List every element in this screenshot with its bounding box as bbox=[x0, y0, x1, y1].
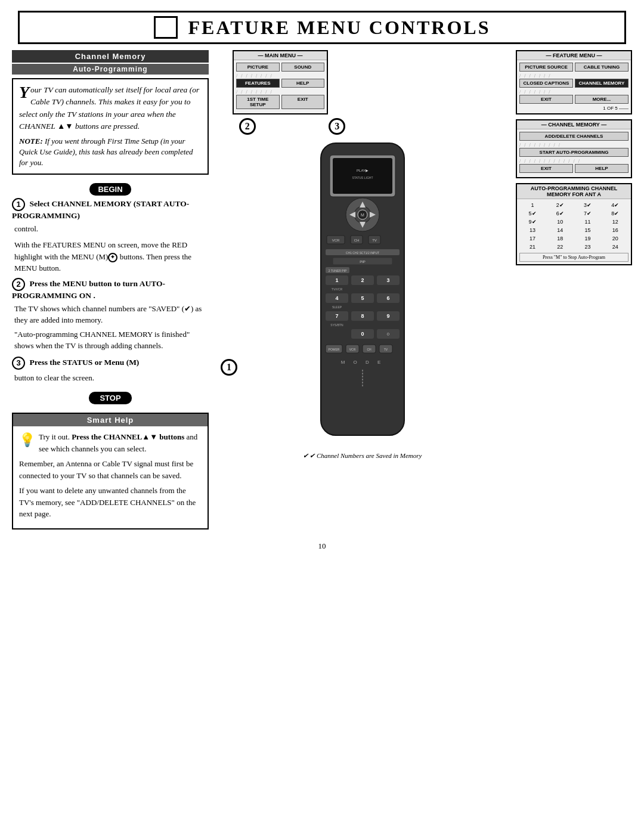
ch-19: 19 bbox=[575, 235, 601, 242]
step-1-header: 1 Select CHANNEL MEMORY (START AUTO-PROG… bbox=[12, 198, 209, 221]
help-btn[interactable]: HELP bbox=[281, 79, 325, 88]
remote-svg-wrapper: 1 PLAY▶ STATUS LIGHT bbox=[215, 137, 510, 447]
smart-help-block: Smart Help 💡 Try it out. Press the CHANN… bbox=[12, 413, 209, 529]
chan-mem-help-btn[interactable]: HELP bbox=[575, 164, 628, 173]
section-subheader: Auto-Programming bbox=[12, 64, 209, 75]
channel-note-text: ✔ Channel Numbers are Saved in Memory bbox=[309, 452, 422, 459]
channel-memory-screen-label: — CHANNEL MEMORY — bbox=[517, 120, 631, 129]
channel-memory-screen: — CHANNEL MEMORY — ADD/DELETE CHANNELS /… bbox=[516, 119, 632, 178]
begin-container: BEGIN bbox=[12, 179, 209, 198]
chan-mem-row1: ADD/DELETE CHANNELS bbox=[519, 132, 628, 141]
start-auto-prog-btn[interactable]: START AUTO-PROGRAMMING bbox=[519, 148, 628, 157]
intro-text: Your TV can automatically set itself for… bbox=[19, 84, 202, 132]
svg-text:POWER: POWER bbox=[328, 348, 339, 351]
step-2-header: 2 Press the MENU button to turn AUTO-PRO… bbox=[12, 278, 209, 301]
remote-control-svg: PLAY▶ STATUS LIGHT M bbox=[303, 137, 422, 447]
step-numbers-row: 2 3 bbox=[227, 118, 358, 135]
ch-9: 9✔ bbox=[519, 218, 546, 225]
ch-13: 13 bbox=[519, 227, 546, 234]
svg-text:VCR: VCR bbox=[349, 348, 355, 351]
svg-text:SYS/BTN: SYS/BTN bbox=[330, 323, 343, 327]
svg-text:9: 9 bbox=[386, 313, 389, 319]
main-menu-row1: PICTURE SOUND bbox=[236, 63, 324, 72]
more-btn[interactable]: MORE... bbox=[575, 95, 628, 104]
help-paragraph-1: Remember, an Antenna or Cable TV signal … bbox=[19, 458, 202, 481]
chan-mem-dashes2: / / / / / / / / / / / / / bbox=[519, 159, 628, 164]
note-text: NOTE: If you went through First Time Set… bbox=[19, 136, 202, 169]
feature-menu-label: — FEATURE MENU — bbox=[517, 51, 631, 60]
feature-menu-content: PICTURE SOURCE CABLE TUNING / / / / / / … bbox=[517, 60, 631, 113]
note-body: If you went through First Time Setup (in… bbox=[19, 137, 193, 167]
ch-14: 14 bbox=[547, 227, 573, 234]
ch-3: 3✔ bbox=[575, 202, 601, 209]
help-paragraph-2: If you want to delete any unwanted chann… bbox=[19, 485, 202, 520]
features-btn[interactable]: FEATURES bbox=[236, 79, 280, 88]
step-1-body: control. bbox=[14, 223, 209, 235]
smart-help-body: 💡 Try it out. Press the CHANNEL▲▼ button… bbox=[13, 426, 208, 528]
svg-text:TV/VCR: TV/VCR bbox=[331, 287, 342, 291]
ch-16: 16 bbox=[602, 227, 628, 234]
intro-body: our TV can automatically set itself for … bbox=[19, 85, 199, 131]
ch-11: 11 bbox=[575, 218, 601, 225]
feature-dashes1: / / / / / / / bbox=[519, 73, 628, 79]
main-menu-row3: 1ST TIME SETUP EXIT bbox=[236, 95, 324, 109]
auto-prog-screen: AUTO-PROGRAMMING CHANNEL MEMORY FOR ANT … bbox=[516, 183, 632, 265]
chan-mem-row2: START AUTO-PROGRAMMING bbox=[519, 148, 628, 157]
svg-text:CH1 CH2 SCT1/2 INPUT: CH1 CH2 SCT1/2 INPUT bbox=[345, 251, 379, 255]
left-column: Channel Memory Auto-Programming Your TV … bbox=[12, 50, 209, 529]
section-header: Channel Memory bbox=[12, 50, 209, 63]
channel-note: ✔ ✔ Channel Numbers are Saved in Memory bbox=[215, 452, 510, 460]
ch-10: 10 bbox=[547, 218, 573, 225]
ch-6: 6✔ bbox=[547, 210, 573, 217]
main-menu-label: — MAIN MENU — bbox=[234, 51, 327, 60]
chan-mem-exit-btn[interactable]: EXIT bbox=[519, 164, 573, 173]
auto-prog-screen-label: AUTO-PROGRAMMING CHANNEL MEMORY FOR ANT … bbox=[517, 184, 631, 199]
step-1-title: Select CHANNEL MEMORY (START AUTO-PROGRA… bbox=[12, 199, 189, 220]
page-title-bar: Feature Menu Controls bbox=[18, 11, 626, 44]
add-delete-channels-btn[interactable]: ADD/DELETE CHANNELS bbox=[519, 132, 628, 141]
feature-row3: EXIT MORE... bbox=[519, 95, 628, 104]
dashes2: / / / / / / / / bbox=[236, 89, 324, 95]
page-indicator: 1 OF 5 —— bbox=[519, 106, 628, 111]
main-menu-screen: — MAIN MENU — PICTURE SOUND / / / / / / … bbox=[233, 50, 328, 114]
dashes1: / / / / / / / / bbox=[236, 73, 324, 79]
smart-help-tip: 💡 Try it out. Press the CHANNEL▲▼ button… bbox=[19, 431, 202, 454]
tip-text: Try it out. Press the CHANNEL▲▼ buttons … bbox=[39, 431, 202, 454]
auto-prog-content: 1 2✔ 3✔ 4✔ 5✔ 6✔ 7✔ 8✔ 9✔ 10 11 12 bbox=[517, 199, 631, 264]
svg-text:7: 7 bbox=[335, 313, 338, 319]
picture-source-btn[interactable]: PICTURE SOURCE bbox=[519, 63, 573, 72]
diagram-step-1: 1 bbox=[221, 359, 237, 376]
step-2-intro: With the FEATURES MENU on screen, move t… bbox=[14, 239, 209, 274]
step-3-number: 3 bbox=[12, 357, 25, 370]
svg-text:TV: TV bbox=[372, 239, 377, 242]
feature-exit-btn[interactable]: EXIT bbox=[519, 95, 573, 104]
svg-text:TV: TV bbox=[383, 348, 388, 351]
svg-text:5: 5 bbox=[361, 295, 364, 301]
svg-text:3: 3 bbox=[386, 277, 389, 283]
diagram-row: — MAIN MENU — PICTURE SOUND / / / / / / … bbox=[215, 50, 632, 460]
ch-5: 5✔ bbox=[519, 210, 546, 217]
note-label: NOTE: bbox=[19, 137, 43, 145]
sound-btn[interactable]: SOUND bbox=[281, 63, 325, 72]
exit-btn[interactable]: EXIT bbox=[281, 95, 325, 109]
picture-btn[interactable]: PICTURE bbox=[236, 63, 280, 72]
page-number: 10 bbox=[0, 541, 644, 557]
step-2-block: 2 Press the MENU button to turn AUTO-PRO… bbox=[12, 278, 209, 352]
title-box bbox=[154, 16, 178, 39]
ch-22: 22 bbox=[547, 243, 573, 250]
channel-grid: 1 2✔ 3✔ 4✔ 5✔ 6✔ 7✔ 8✔ 9✔ 10 11 12 bbox=[519, 202, 628, 250]
lightbulb-icon: 💡 bbox=[19, 430, 35, 450]
checkmark-icon: ✔ bbox=[303, 452, 308, 459]
ch-15: 15 bbox=[575, 227, 601, 234]
cable-tuning-btn[interactable]: CABLE TUNING bbox=[575, 63, 628, 72]
step-2-number: 2 bbox=[12, 278, 25, 291]
main-menu-row2: FEATURES HELP bbox=[236, 79, 324, 88]
ch-23: 23 bbox=[575, 243, 601, 250]
svg-text:0: 0 bbox=[361, 331, 364, 337]
svg-text:○: ○ bbox=[386, 331, 389, 337]
screens-column: — FEATURE MENU — PICTURE SOURCE CABLE TU… bbox=[516, 50, 632, 265]
step-2-title: Press the MENU button to turn AUTO-PROGR… bbox=[12, 279, 165, 300]
channel-memory-btn[interactable]: CHANNEL MEMORY bbox=[575, 79, 628, 88]
closed-captions-btn[interactable]: CLOSED CAPTIONS bbox=[519, 79, 573, 88]
setup-btn[interactable]: 1ST TIME SETUP bbox=[236, 95, 280, 109]
